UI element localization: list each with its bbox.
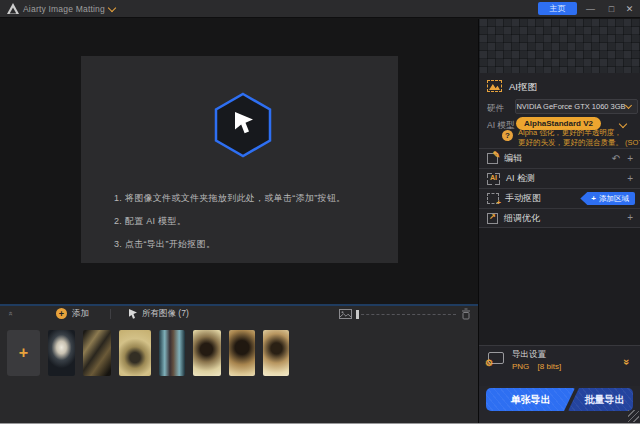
ai-detect-expand-plus-icon[interactable]: +: [627, 174, 633, 184]
ai-badge-text: AI: [487, 174, 500, 181]
maximize-button[interactable]: □: [604, 2, 619, 15]
thumbnail-woman-portrait-gold[interactable]: [229, 330, 255, 376]
section-ai-detect[interactable]: AI AI 检测 +: [479, 168, 640, 188]
collapse-panel-icon[interactable]: »: [6, 311, 15, 315]
instruction-line-1: 1. 将图像文件或文件夹拖放到此处，或单击“添加”按钮。: [114, 192, 345, 205]
fine-tune-icon: ↗: [487, 213, 498, 224]
thumbnail-bicycle[interactable]: [119, 330, 151, 376]
edit-expand-plus-icon[interactable]: +: [627, 154, 633, 164]
gear-icon: ⚙: [485, 359, 493, 368]
section-edit-label: 编辑: [504, 152, 522, 165]
hardware-select[interactable]: NVIDIA GeForce GTX 1060 3GB: [515, 99, 638, 114]
export-settings-icon: ⚙: [488, 352, 504, 364]
app-title: Aiarty Image Matting: [23, 4, 105, 14]
section-manual-matting[interactable]: + 手动抠图 + 添加区域: [479, 188, 640, 208]
section-ai-detect-label: AI 检测: [506, 172, 535, 185]
hardware-select-value: NVIDIA GeForce GTX 1060 3GB: [516, 102, 626, 111]
ai-matting-icon: [487, 80, 502, 92]
add-images-button[interactable]: 添加: [72, 308, 89, 320]
sidebar-empty-area: [479, 228, 640, 345]
model-hint-line-2: 更好的头发，更好的混合质量。 (SOTA): [518, 138, 640, 148]
hardware-chevron-down-icon: [625, 102, 632, 109]
all-images-tab[interactable]: 所有图像 (7): [142, 308, 189, 320]
pencil-icon: ✎: [492, 150, 500, 160]
add-region-label: 添加区域: [599, 194, 629, 204]
export-format-value: PNG: [512, 362, 529, 371]
section-manual-matting-label: 手动抠图: [505, 192, 541, 205]
minimize-icon: —: [586, 4, 595, 14]
instruction-line-2: 2. 配置 AI 模型。: [114, 215, 186, 228]
home-button[interactable]: 主页: [538, 2, 577, 15]
drop-hexagon-cursor-icon: [213, 92, 273, 158]
hardware-label: 硬件: [487, 103, 504, 115]
add-region-button[interactable]: + 添加区域: [580, 192, 635, 205]
thumbnail-size-slider[interactable]: [356, 314, 456, 315]
model-hint-line-1: Alpha 强化，更好的半透明度，: [518, 128, 622, 138]
batch-export-button[interactable]: 批量导出: [568, 388, 633, 411]
all-images-cursor-icon: [128, 309, 138, 319]
thumbnail-jellyfish[interactable]: [48, 330, 75, 376]
add-images-icon[interactable]: +: [56, 308, 67, 319]
close-icon: ✕: [626, 4, 634, 14]
fine-tune-expand-plus-icon[interactable]: +: [627, 213, 633, 223]
thumbnail-dragon[interactable]: [83, 330, 111, 376]
add-image-tile[interactable]: +: [7, 330, 40, 376]
minimize-button[interactable]: —: [583, 2, 598, 15]
delete-trash-icon[interactable]: [461, 308, 471, 320]
single-export-label: 单张导出: [511, 393, 551, 407]
add-region-plus-icon: +: [591, 194, 596, 203]
export-bits-value: [8 bits]: [538, 362, 562, 371]
model-select-value: AlphaStandard V2: [524, 119, 593, 128]
transparency-preview: [479, 19, 640, 73]
batch-export-label: 批量导出: [585, 393, 625, 407]
thumbnail-list: +: [7, 330, 289, 376]
window-resize-grip[interactable]: [628, 410, 639, 422]
question-glyph: ?: [505, 131, 510, 140]
edit-icon: ✎: [487, 153, 498, 164]
app-logo-icon: [7, 3, 19, 14]
single-export-button[interactable]: 单张导出: [486, 388, 575, 411]
thumbnail-woman-portrait-light[interactable]: [263, 330, 289, 376]
maximize-icon: □: [609, 4, 614, 14]
thumbnail-size-slider-handle[interactable]: [356, 310, 359, 319]
export-collapse-double-chevron-icon[interactable]: »: [621, 359, 633, 365]
thumbnail-woman-with-flowers[interactable]: [193, 330, 221, 376]
arrow-ne-glyph: ↗: [489, 212, 496, 221]
undo-icon[interactable]: ↶: [612, 154, 620, 164]
section-fine-tune-label: 细调优化: [504, 212, 540, 225]
image-dropzone[interactable]: [81, 56, 398, 263]
thumbnail-size-icon: [339, 309, 352, 319]
home-button-label: 主页: [550, 3, 566, 14]
app-menu-chevron-down-icon[interactable]: [108, 4, 116, 12]
titlebar: Aiarty Image Matting 主页 — □ ✕: [0, 0, 640, 18]
add-image-tile-plus-icon: +: [19, 344, 28, 362]
instruction-line-3: 3. 点击“导出”开始抠图。: [114, 238, 215, 251]
close-button[interactable]: ✕: [622, 2, 637, 15]
export-settings-label: 导出设置: [512, 349, 546, 361]
ai-detect-icon: AI: [487, 173, 500, 185]
manual-matting-cursor-glyph: +: [496, 198, 501, 207]
thumbnail-woman-in-forest[interactable]: [159, 330, 185, 376]
filmstrip-separator: [110, 309, 111, 319]
section-edit[interactable]: ✎ 编辑 ↶ +: [479, 148, 640, 168]
export-format: PNG [8 bits]: [512, 362, 561, 371]
ai-matting-title: AI抠图: [509, 81, 537, 94]
model-help-icon[interactable]: ?: [502, 130, 513, 141]
manual-matting-icon: +: [487, 193, 499, 204]
section-fine-tune[interactable]: ↗ 细调优化 +: [479, 208, 640, 228]
